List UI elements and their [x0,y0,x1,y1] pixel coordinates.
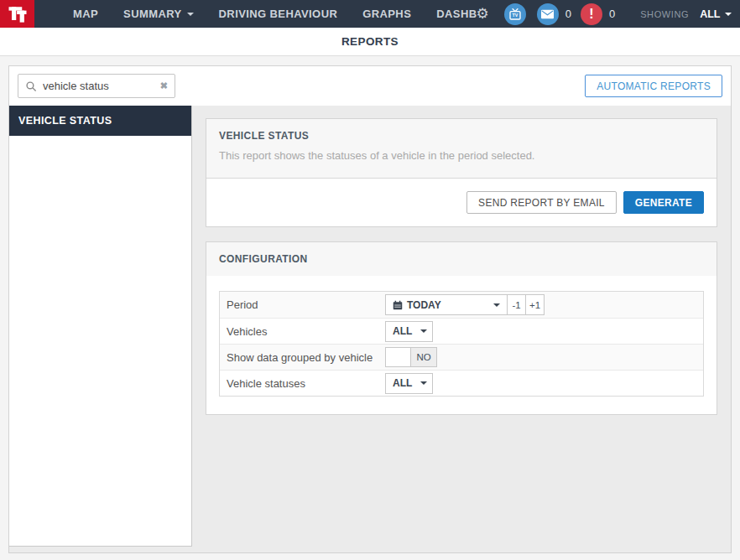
nav-summary[interactable]: SUMMARY [111,8,206,20]
app-logo[interactable] [0,0,34,28]
configuration-title: CONFIGURATION [219,253,704,265]
envelope-icon [541,9,554,19]
panel-body: VEHICLE STATUS VEHICLE STATUS This repor… [9,106,731,552]
chevron-down-icon [420,329,427,333]
tv-icon: TV [508,8,522,21]
automatic-reports-button[interactable]: AUTOMATIC REPORTS [585,75,722,97]
config-row-vehicles: Vehicles ALL [220,318,703,344]
page-title: REPORTS [341,35,399,48]
period-control: TODAY -1 +1 [385,294,545,315]
search-icon [25,80,37,92]
nav-graphs[interactable]: GRAPHS [350,8,424,20]
calendar-icon [393,300,403,310]
nav-map[interactable]: MAP [60,8,111,20]
chevron-down-icon [725,13,732,16]
report-search-box: ✖ [18,74,175,98]
configuration-table: Period [219,291,704,397]
brand-tt-icon [6,3,29,26]
page-header: REPORTS [0,28,740,56]
svg-text:TV: TV [512,13,518,18]
nav-driving-behaviour[interactable]: DRIVING BEHAVIOUR [206,8,351,20]
topbar-icons: TV 0 ! 0 [504,3,618,25]
grouped-label: Show data grouped by vehicle [227,351,385,364]
exclamation-icon: ! [589,7,593,22]
config-row-grouped: Show data grouped by vehicle NO [220,344,703,370]
generate-button[interactable]: GENERATE [623,191,704,214]
configuration-body: Period [206,276,717,414]
report-list-sidebar: VEHICLE STATUS [9,106,192,547]
nav-graphs-label: GRAPHS [362,8,411,20]
configuration-head: CONFIGURATION [206,242,717,276]
showing-filter: SHOWING ALL [640,8,732,20]
period-minus-button[interactable]: -1 [507,294,526,315]
gear-icon[interactable]: ⚙ [476,7,488,21]
showing-label: SHOWING [640,9,689,19]
alerts-count: 0 [609,8,615,20]
toggle-knob [386,348,411,366]
search-input[interactable] [43,80,160,92]
main-nav: MAP SUMMARY DRIVING BEHAVIOUR GRAPHS DAS… [60,7,489,21]
send-report-by-email-button[interactable]: SEND REPORT BY EMAIL [466,191,617,214]
statuses-value: ALL [393,377,412,389]
report-detail-content: VEHICLE STATUS This report shows the sta… [192,106,731,552]
grouped-toggle[interactable]: NO [385,347,437,367]
period-label: Period [227,298,385,311]
showing-dropdown[interactable]: ALL [700,8,732,20]
nav-driving-behaviour-label: DRIVING BEHAVIOUR [219,8,338,20]
vehicles-value: ALL [393,325,412,337]
clear-search-icon[interactable]: ✖ [160,80,168,91]
config-row-statuses: Vehicle statuses ALL [220,370,703,396]
vehicles-label: Vehicles [227,325,385,338]
nav-map-label: MAP [73,8,98,20]
period-plus-button[interactable]: +1 [525,294,545,315]
reports-panel: ✖ AUTOMATIC REPORTS VEHICLE STATUS VEHIC… [8,65,732,553]
tv-button[interactable]: TV [504,3,526,25]
statuses-dropdown[interactable]: ALL [385,373,433,394]
report-description: This report shows the statuses of a vehi… [219,149,704,162]
nav-dashboard-label: DASHB [436,8,477,20]
chevron-down-icon [420,381,427,385]
topbar: MAP SUMMARY DRIVING BEHAVIOUR GRAPHS DAS… [0,0,740,28]
messages-button[interactable] [537,3,559,25]
statuses-label: Vehicle statuses [227,377,385,390]
period-dropdown[interactable]: TODAY [385,294,508,315]
configuration-card: CONFIGURATION Period [206,241,717,415]
config-row-period: Period [220,292,703,318]
showing-value: ALL [700,8,720,20]
grouped-toggle-state: NO [411,348,436,366]
vehicles-dropdown[interactable]: ALL [385,321,433,342]
alerts-button[interactable]: ! [581,3,602,25]
messages-count: 0 [565,8,571,20]
nav-summary-label: SUMMARY [123,8,181,20]
period-value: TODAY [407,299,441,311]
report-actions: SEND REPORT BY EMAIL GENERATE [206,178,717,226]
chevron-down-icon [187,13,194,16]
report-title: VEHICLE STATUS [219,130,704,142]
sidebar-item-vehicle-status[interactable]: VEHICLE STATUS [9,106,191,136]
nav-dashboard[interactable]: DASHB [424,8,478,20]
chevron-down-icon [493,303,500,307]
report-summary-card: VEHICLE STATUS This report shows the sta… [206,118,717,227]
report-summary-head: VEHICLE STATUS This report shows the sta… [206,119,717,178]
reports-toolbar: ✖ AUTOMATIC REPORTS [9,66,731,106]
